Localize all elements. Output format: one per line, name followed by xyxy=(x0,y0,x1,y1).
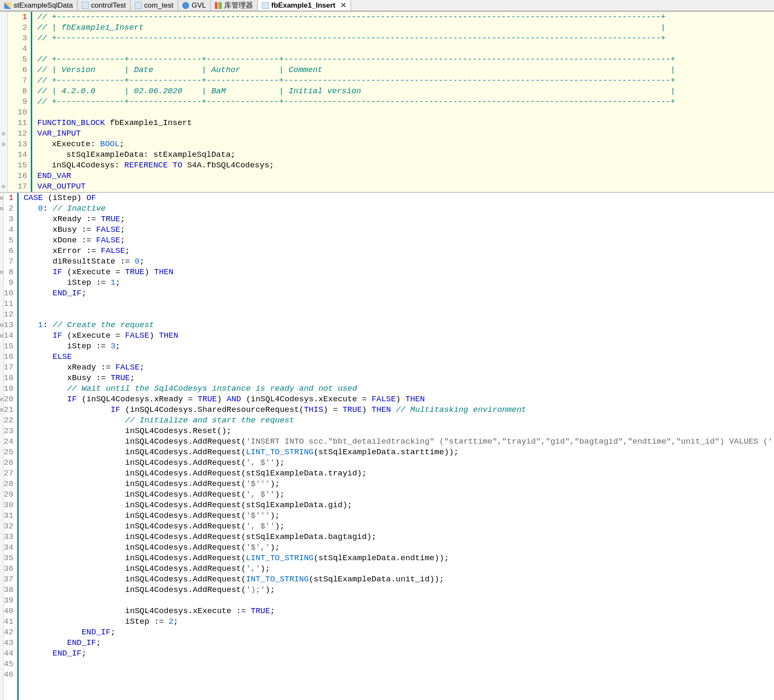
code-line[interactable] xyxy=(24,309,774,320)
code-line[interactable]: END_IF; xyxy=(24,627,774,638)
tab-2[interactable]: com_test xyxy=(131,0,178,11)
tab-3[interactable]: GVL xyxy=(178,0,211,11)
code-line[interactable]: // +------------------------------------… xyxy=(37,12,774,22)
code-line[interactable]: END_VAR xyxy=(37,171,774,181)
code-line[interactable]: inSQL4Codesys.Reset(); xyxy=(24,426,774,436)
code-line[interactable]: diResultState := 0; xyxy=(24,256,774,267)
fold-marker xyxy=(0,532,3,542)
fold-marker[interactable]: ⊟ xyxy=(0,320,3,331)
code-line[interactable]: // Initialize and start the request xyxy=(24,415,774,426)
code-bottom[interactable]: CASE (iStep) OF 0: // Inactive xReady :=… xyxy=(17,193,774,700)
fold-marker xyxy=(0,118,7,128)
fold-marker[interactable]: ⊟ xyxy=(0,203,3,214)
code-line[interactable]: inSQL4Codesys.AddRequest(', $''); xyxy=(24,521,774,532)
code-line[interactable] xyxy=(37,107,774,118)
code-line[interactable]: inSQL4Codesys.AddRequest(','); xyxy=(24,564,774,574)
code-line[interactable]: CASE (iStep) OF xyxy=(24,193,774,203)
code-line[interactable]: inSQL4Codesys.AddRequest(stSqlExampleDat… xyxy=(24,468,774,479)
code-line[interactable] xyxy=(24,299,774,309)
code-line[interactable]: xBusy := FALSE; xyxy=(24,225,774,235)
code-line[interactable]: stSqlExampleData: stExampleSqlData; xyxy=(37,150,774,160)
code-line[interactable]: VAR_OUTPUT xyxy=(37,181,774,192)
code-line[interactable]: 0: // Inactive xyxy=(24,203,774,214)
code-line[interactable]: 1: // Create the request xyxy=(24,320,774,331)
tab-4[interactable]: 库管理器 xyxy=(211,0,258,11)
code-line[interactable]: // | 4.2.0.0 | 02.06.2020 | BaM | Initia… xyxy=(37,86,774,97)
tab-1[interactable]: controlTest xyxy=(78,0,131,11)
code-line[interactable]: xDone := FALSE; xyxy=(24,235,774,246)
code-line[interactable]: // | Version | Date | Author | Comment | xyxy=(37,65,774,75)
close-icon[interactable]: ✕ xyxy=(340,1,346,10)
code-line[interactable]: // Wait until the Sql4Codesys instance i… xyxy=(24,383,774,394)
tab-0[interactable]: stExampleSqlData xyxy=(0,0,78,11)
line-number: 7 xyxy=(8,75,27,86)
code-line[interactable]: VAR_INPUT xyxy=(37,128,774,139)
code-line[interactable]: inSQL4Codesys.AddRequest(', $''); xyxy=(24,489,774,500)
code-line[interactable]: // +--------------+---------------+-----… xyxy=(37,54,774,65)
fold-marker[interactable]: ⊟ xyxy=(0,139,7,150)
fold-marker[interactable]: ⊟ xyxy=(0,394,3,405)
fold-marker xyxy=(0,574,3,585)
token: ); xyxy=(265,585,275,595)
code-line[interactable]: IF (inSQL4Codesys.SharedResourceRequest(… xyxy=(24,405,774,415)
code-line[interactable]: END_IF; xyxy=(24,638,774,648)
line-number: 14 xyxy=(4,331,14,341)
code-line[interactable]: // +--------------+---------------+-----… xyxy=(37,97,774,107)
code-line[interactable]: iStep := 1; xyxy=(24,278,774,288)
code-line[interactable]: inSQL4Codesys.AddRequest('INSERT INTO sc… xyxy=(24,436,774,447)
code-line[interactable]: FUNCTION_BLOCK fbExample1_Insert xyxy=(37,118,774,128)
fold-marker[interactable]: ⊟ xyxy=(0,128,7,139)
fold-marker[interactable]: ⊟ xyxy=(0,405,3,415)
code-line[interactable]: inSQL4Codesys.AddRequest(stSqlExampleDat… xyxy=(24,500,774,511)
code-line[interactable]: xError := FALSE; xyxy=(24,246,774,256)
code-line[interactable]: inSQL4Codesys.xExecute := TRUE; xyxy=(24,606,774,617)
code-line[interactable] xyxy=(24,669,774,680)
code-line[interactable]: IF (xExecute = TRUE) THEN xyxy=(24,267,774,278)
code-line[interactable]: xReady := TRUE; xyxy=(24,214,774,225)
fold-marker xyxy=(0,468,3,479)
code-line[interactable] xyxy=(24,595,774,606)
fold-marker[interactable]: ⊟ xyxy=(0,267,3,278)
code-line[interactable]: inSQL4Codesys.AddRequest(');'); xyxy=(24,585,774,595)
token: iStep := xyxy=(24,617,169,627)
fold-marker[interactable]: ⊟ xyxy=(0,193,3,203)
code-line[interactable]: IF (inSQL4Codesys.xReady = TRUE) AND (in… xyxy=(24,394,774,405)
token: ; xyxy=(120,214,125,225)
code-line[interactable] xyxy=(24,659,774,669)
code-top[interactable]: // +------------------------------------… xyxy=(31,12,774,192)
code-line[interactable] xyxy=(37,44,774,54)
code-line[interactable]: // | fbExample1_Insert | xyxy=(37,22,774,33)
line-number: 46 xyxy=(4,669,14,680)
code-line[interactable]: iStep := 3; xyxy=(24,341,774,352)
code-line[interactable]: inSQL4Codesys.AddRequest(stSqlExampleDat… xyxy=(24,532,774,542)
code-line[interactable]: inSQL4Codesys.AddRequest('$'''); xyxy=(24,479,774,489)
code-line[interactable]: inSQL4Codesys.AddRequest(INT_TO_STRING(s… xyxy=(24,574,774,585)
code-line[interactable]: xExecute: BOOL; xyxy=(37,139,774,150)
code-line[interactable]: IF (xExecute = FALSE) THEN xyxy=(24,331,774,341)
code-line[interactable]: inSQL4Codesys.AddRequest(', $''); xyxy=(24,458,774,468)
tab-5[interactable]: fbExample1_Insert✕ xyxy=(258,0,351,11)
code-line[interactable]: inSQL4Codesys: REFERENCE TO S4A.fbSQL4Co… xyxy=(37,160,774,171)
fold-marker xyxy=(0,22,7,33)
code-line[interactable]: END_IF; xyxy=(24,648,774,659)
fold-marker[interactable]: ⊟ xyxy=(0,181,7,192)
code-line[interactable]: inSQL4Codesys.AddRequest(LINT_TO_STRING(… xyxy=(24,447,774,458)
code-line[interactable]: xBusy := TRUE; xyxy=(24,373,774,383)
line-number: 9 xyxy=(4,278,14,288)
code-line[interactable]: END_IF; xyxy=(24,288,774,299)
token: TRUE xyxy=(101,214,120,225)
token xyxy=(24,394,67,405)
token: ); xyxy=(275,489,285,500)
token: END_IF xyxy=(53,648,81,659)
line-number: 9 xyxy=(8,97,27,107)
code-line[interactable]: // +------------------------------------… xyxy=(37,33,774,44)
code-line[interactable]: // +--------------+---------------+-----… xyxy=(37,75,774,86)
code-line[interactable]: inSQL4Codesys.AddRequest(LINT_TO_STRING(… xyxy=(24,553,774,564)
code-line[interactable]: xReady := FALSE; xyxy=(24,362,774,373)
token: TRUE xyxy=(198,394,217,405)
code-line[interactable]: iStep := 2; xyxy=(24,617,774,627)
code-line[interactable]: inSQL4Codesys.AddRequest('$','); xyxy=(24,542,774,553)
fold-marker[interactable]: ⊟ xyxy=(0,331,3,341)
code-line[interactable]: ELSE xyxy=(24,352,774,362)
code-line[interactable]: inSQL4Codesys.AddRequest('$'''); xyxy=(24,511,774,521)
